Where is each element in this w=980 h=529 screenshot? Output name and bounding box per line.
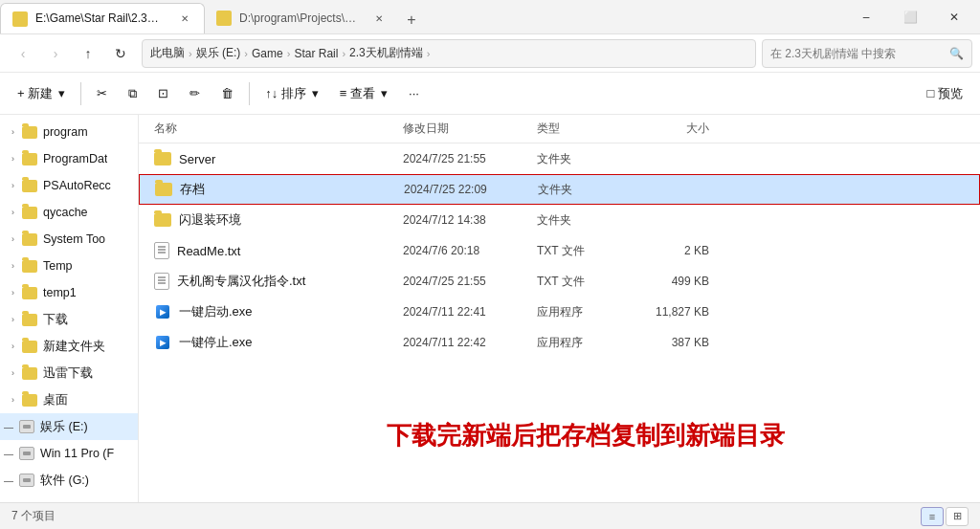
status-bar: 7 个项目 ≡ ⊞ (0, 502, 980, 529)
sidebar-item-11[interactable]: — 娱乐 (E:) (0, 413, 138, 440)
minimize-button[interactable]: – (844, 0, 888, 34)
breadcrumb-game[interactable]: Game (252, 47, 283, 60)
sidebar-item-9[interactable]: › 迅雷下载 (0, 360, 138, 386)
col-header-type[interactable]: 类型 (537, 121, 633, 137)
rename-icon: ✏ (189, 86, 200, 100)
paste-button[interactable]: ⊡ (148, 78, 178, 109)
table-row[interactable]: 闪退装环境 2024/7/12 14:38 文件夹 (139, 205, 980, 235)
breadcrumb-pc[interactable]: 此电脑 (150, 45, 185, 61)
tab-list: E:\Game\Star Rail\2.3天机剧情 ✕ D:\program\P… (0, 0, 844, 33)
preview-button[interactable]: □ 预览 (918, 78, 972, 109)
sidebar-label: PSAutoRecc (43, 179, 111, 192)
sidebar-label: 下载 (43, 312, 68, 328)
view-button[interactable]: ≡ 查看 ▾ (330, 78, 397, 109)
sort-button[interactable]: ↑↓ 排序 ▾ (256, 78, 328, 109)
tab-2[interactable]: D:\program\Projects\Servers\St ✕ (205, 3, 398, 33)
folder-icon (22, 341, 37, 353)
table-row[interactable]: 存档 2024/7/25 22:09 文件夹 (139, 174, 980, 205)
sidebar-item-6[interactable]: › temp1 (0, 279, 138, 306)
sort-arrow: ▾ (312, 86, 319, 100)
tab-folder-icon-2 (216, 11, 232, 26)
toolbar: + 新建 ▾ ✂ ⧉ ⊡ ✏ 🗑 ↑↓ 排序 ▾ ≡ 查看 ▾ ··· (0, 73, 980, 115)
rename-button[interactable]: ✏ (180, 78, 210, 109)
file-type: 应用程序 (537, 335, 633, 351)
breadcrumb-entertainment[interactable]: 娱乐 (E:) (196, 45, 241, 61)
new-arrow: ▾ (58, 86, 65, 100)
exe-icon: ▶ (154, 334, 171, 351)
grid-view-button[interactable]: ⊞ (946, 507, 969, 526)
sidebar-label: 软件 (G:) (40, 473, 89, 489)
breadcrumb-star-rail[interactable]: Star Rail (294, 47, 338, 60)
new-tab-button[interactable]: + (398, 7, 425, 33)
file-name-cell: 存档 (155, 181, 404, 198)
col-header-date[interactable]: 修改日期 (403, 121, 537, 137)
table-row[interactable]: 天机阁专属汉化指令.txt 2024/7/25 21:55 TXT 文件 499… (139, 266, 980, 297)
navigation-bar: ‹ › ↑ ↻ 此电脑 › 娱乐 (E:) › Game › Star Rail… (0, 34, 980, 73)
sidebar-label: ProgramDat (43, 152, 107, 165)
file-name-cell: 天机阁专属汉化指令.txt (154, 273, 403, 290)
tab-1[interactable]: E:\Game\Star Rail\2.3天机剧情 ✕ (0, 3, 205, 33)
table-row[interactable]: ▶ 一键启动.exe 2024/7/11 22:41 应用程序 11,827 K… (139, 297, 980, 327)
search-input[interactable] (770, 47, 944, 60)
file-name-cell: ▶ 一键停止.exe (154, 334, 403, 351)
sidebar-item-4[interactable]: › System Too (0, 226, 138, 253)
sidebar-item-12[interactable]: — Win 11 Pro (F (0, 440, 138, 467)
search-box[interactable]: 🔍 (762, 39, 972, 68)
cut-button[interactable]: ✂ (87, 78, 117, 109)
sidebar-label: 娱乐 (E:) (40, 419, 88, 435)
file-size: 387 KB (633, 336, 709, 349)
up-button[interactable]: ↑ (73, 38, 103, 69)
sidebar-item-0[interactable]: › program (0, 119, 138, 145)
sidebar-item-13[interactable]: — 软件 (G:) (0, 467, 138, 494)
file-date: 2024/7/25 22:09 (404, 183, 538, 196)
sidebar-label: 迅雷下载 (43, 365, 93, 382)
table-row[interactable]: ReadMe.txt 2024/7/6 20:18 TXT 文件 2 KB (139, 235, 980, 266)
chevron-icon: › (11, 342, 14, 351)
file-name-cell: ▶ 一键启动.exe (154, 303, 403, 320)
sidebar-label: Win 11 Pro (F (40, 447, 114, 460)
sidebar-item-10[interactable]: › 桌面 (0, 386, 138, 413)
back-button[interactable]: ‹ (8, 38, 38, 69)
more-button[interactable]: ··· (399, 78, 429, 109)
refresh-button[interactable]: ↻ (105, 38, 136, 69)
list-view-button[interactable]: ≡ (921, 507, 944, 526)
separator-2 (249, 82, 250, 105)
chevron-icon: › (11, 395, 14, 405)
preview-label: □ 预览 (927, 85, 963, 102)
close-button[interactable]: ✕ (932, 0, 976, 34)
delete-button[interactable]: 🗑 (212, 78, 243, 109)
tab-2-label: D:\program\Projects\Servers\St (239, 11, 364, 25)
restore-button[interactable]: ⬜ (888, 0, 932, 34)
folder-icon (22, 180, 37, 192)
sidebar-item-8[interactable]: › 新建文件夹 (0, 333, 138, 360)
sidebar-label: qycache (43, 206, 88, 219)
drive-dash: — (4, 475, 13, 486)
file-date: 2024/7/25 21:55 (403, 152, 537, 165)
chevron-icon: › (11, 315, 14, 324)
sidebar-item-3[interactable]: › qycache (0, 199, 138, 226)
sidebar-item-2[interactable]: › PSAutoRecc (0, 172, 138, 199)
file-type: 文件夹 (537, 151, 633, 167)
table-row[interactable]: ▶ 一键停止.exe 2024/7/11 22:42 应用程序 387 KB (139, 327, 980, 358)
col-header-name[interactable]: 名称 (154, 121, 403, 137)
col-header-size[interactable]: 大小 (633, 121, 709, 137)
view-label: ≡ 查看 (340, 85, 375, 102)
tab-1-close[interactable]: ✕ (177, 11, 192, 27)
table-row[interactable]: Server 2024/7/25 21:55 文件夹 (139, 143, 980, 174)
chevron-icon: › (11, 154, 14, 164)
forward-button[interactable]: › (40, 38, 71, 69)
sidebar: › program › ProgramDat › PSAutoRecc › qy… (0, 115, 139, 502)
sidebar-item-7[interactable]: › 下载 (0, 306, 138, 333)
title-bar: E:\Game\Star Rail\2.3天机剧情 ✕ D:\program\P… (0, 0, 980, 34)
sidebar-item-5[interactable]: › Temp (0, 253, 138, 279)
file-list-header: 名称 修改日期 类型 大小 (139, 115, 980, 143)
file-size: 499 KB (633, 275, 709, 288)
new-button[interactable]: + 新建 ▾ (8, 78, 75, 109)
delete-icon: 🗑 (221, 86, 234, 100)
breadcrumb-current[interactable]: 2.3天机剧情端 (349, 45, 423, 61)
copy-button[interactable]: ⧉ (119, 78, 146, 109)
chevron-icon: › (11, 234, 14, 244)
tab-folder-icon-1 (12, 11, 28, 27)
sidebar-item-1[interactable]: › ProgramDat (0, 145, 138, 172)
tab-2-close[interactable]: ✕ (371, 11, 387, 26)
